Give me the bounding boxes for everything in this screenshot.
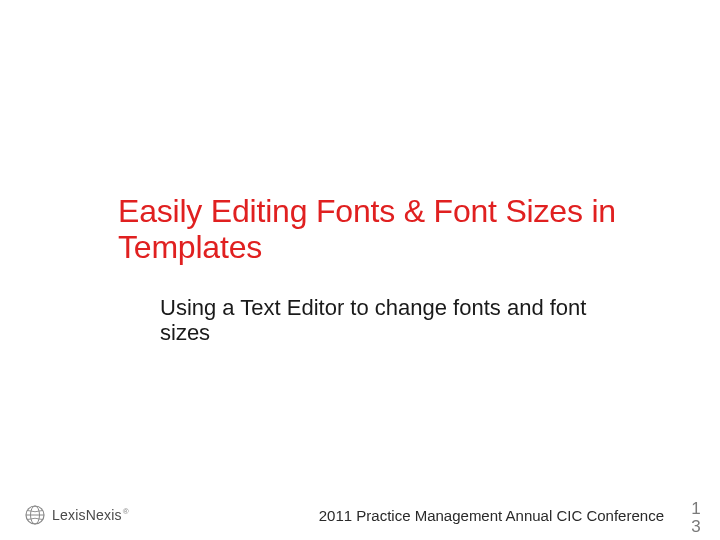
slide-subtitle: Using a Text Editor to change fonts and … <box>160 295 600 346</box>
slide: Easily Editing Fonts & Font Sizes in Tem… <box>0 0 720 540</box>
page-number-top: 1 <box>686 500 706 518</box>
brand-logo: LexisNexis® <box>24 504 129 526</box>
footer-text: 2011 Practice Management Annual CIC Conf… <box>319 507 664 524</box>
brand-logo-text: LexisNexis® <box>52 507 129 523</box>
page-number-bottom: 3 <box>686 518 706 536</box>
registered-mark: ® <box>123 507 129 516</box>
brand-name: LexisNexis <box>52 507 122 523</box>
slide-title: Easily Editing Fonts & Font Sizes in Tem… <box>118 194 628 266</box>
lexisnexis-globe-icon <box>24 504 46 526</box>
page-number: 1 3 <box>686 500 706 536</box>
